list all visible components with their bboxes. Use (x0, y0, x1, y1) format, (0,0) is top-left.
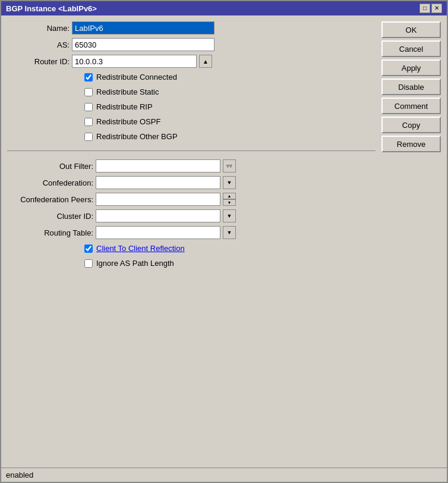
confederation-peers-row: Confederation Peers: ▲ ▼ (7, 193, 376, 206)
close-button[interactable]: ✕ (431, 4, 442, 13)
ignore-as-row: Ignore AS Path Length (7, 259, 376, 268)
routing-table-dropdown-btn[interactable]: ▼ (223, 226, 236, 239)
cluster-id-dropdown-btn[interactable]: ▼ (223, 209, 236, 222)
apply-button[interactable]: Apply (381, 59, 441, 76)
main-area: Name: AS: Router ID: ▲ Redistrib (7, 21, 441, 462)
name-label: Name: (7, 24, 70, 33)
confederation-peers-input[interactable] (96, 193, 220, 206)
router-id-row: Router ID: ▲ (7, 55, 376, 68)
as-input[interactable] (72, 38, 214, 51)
redistribute-connected-label: Redistribute Connected (96, 73, 177, 81)
ignore-as-checkbox[interactable] (84, 259, 93, 268)
buttons-area: OK Cancel Apply Disable Comment Copy Rem… (381, 21, 441, 462)
cancel-button[interactable]: Cancel (381, 40, 441, 57)
title-bar-buttons: □ ✕ (419, 4, 442, 13)
confederation-dropdown-btn[interactable]: ▼ (223, 176, 236, 189)
as-row: AS: (7, 38, 376, 51)
window-title: BGP Instance <LabIPv6> (6, 4, 97, 13)
cluster-id-label: Cluster ID: (7, 212, 93, 221)
out-filter-dropdown-btn[interactable]: ▿▿ (223, 159, 236, 172)
content-area: Name: AS: Router ID: ▲ Redistrib (1, 15, 447, 468)
remove-button[interactable]: Remove (381, 136, 441, 152)
routing-table-input[interactable] (96, 226, 220, 239)
out-filter-input[interactable] (96, 159, 220, 172)
name-input[interactable] (72, 21, 214, 34)
routing-table-row: Routing Table: ▼ (7, 226, 376, 239)
copy-button[interactable]: Copy (381, 117, 441, 133)
ok-button[interactable]: OK (381, 21, 441, 38)
redistribute-ospf-label: Redistribute OSPF (96, 117, 160, 126)
redistribute-rip-checkbox[interactable] (84, 103, 93, 111)
redistribute-static-row: Redistribute Static (7, 87, 376, 96)
name-row: Name: (7, 21, 376, 34)
confederation-input[interactable] (96, 176, 220, 189)
status-bar: enabled (1, 468, 447, 482)
redistribute-other-bgp-checkbox[interactable] (84, 133, 93, 141)
router-id-spinner-up[interactable]: ▲ (199, 55, 212, 68)
router-id-label: Router ID: (7, 57, 70, 66)
confederation-row: Confederation: ▼ (7, 176, 376, 189)
redistribute-rip-label: Redistribute RIP (96, 102, 153, 111)
redistribute-other-bgp-label: Redistribute Other BGP (96, 132, 178, 141)
status-text: enabled (6, 471, 33, 479)
confederation-label: Confederation: (7, 178, 93, 187)
redistribute-rip-row: Redistribute RIP (7, 102, 376, 111)
redistribute-static-label: Redistribute Static (96, 87, 159, 96)
disable-button[interactable]: Disable (381, 79, 441, 95)
title-bar: BGP Instance <LabIPv6> □ ✕ (1, 1, 447, 15)
ignore-as-label: Ignore AS Path Length (96, 259, 174, 268)
divider (7, 150, 376, 151)
out-filter-label: Out Filter: (7, 162, 93, 171)
redistribute-ospf-row: Redistribute OSPF (7, 117, 376, 126)
redistribute-other-bgp-row: Redistribute Other BGP (7, 132, 376, 141)
confederation-peers-up[interactable]: ▲ (223, 193, 236, 199)
cluster-id-row: Cluster ID: ▼ (7, 209, 376, 222)
confederation-peers-spinner: ▲ ▼ (223, 193, 236, 206)
client-reflection-row: Client To Client Reflection (7, 244, 376, 253)
redistribute-ospf-checkbox[interactable] (84, 118, 93, 126)
redistribute-static-checkbox[interactable] (84, 88, 93, 96)
comment-button[interactable]: Comment (381, 98, 441, 114)
router-id-input[interactable] (72, 55, 197, 68)
client-reflection-label: Client To Client Reflection (96, 244, 185, 253)
redistribute-connected-row: Redistribute Connected (7, 73, 376, 81)
main-window: BGP Instance <LabIPv6> □ ✕ Name: AS: (0, 0, 448, 483)
form-area: Name: AS: Router ID: ▲ Redistrib (7, 21, 376, 462)
cluster-id-input[interactable] (96, 209, 220, 222)
client-reflection-checkbox[interactable] (84, 244, 93, 253)
confederation-peers-down[interactable]: ▼ (223, 199, 236, 206)
confederation-peers-label: Confederation Peers: (7, 195, 93, 204)
minimize-button[interactable]: □ (419, 4, 430, 13)
as-label: AS: (7, 40, 70, 49)
out-filter-row: Out Filter: ▿▿ (7, 159, 376, 172)
redistribute-connected-checkbox[interactable] (84, 73, 93, 81)
routing-table-label: Routing Table: (7, 228, 93, 237)
